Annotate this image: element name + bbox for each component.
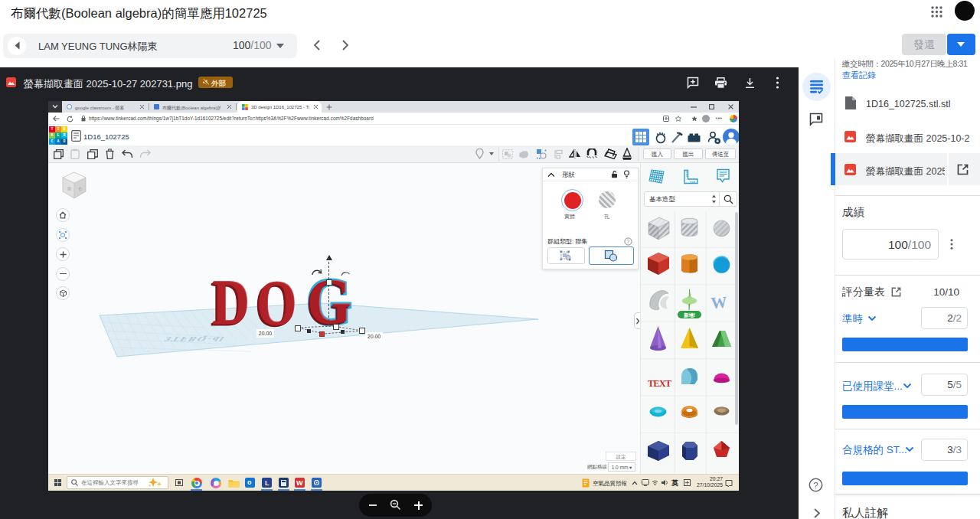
svg-text:前: 前 xyxy=(67,186,71,191)
svg-text:W: W xyxy=(710,293,728,312)
svg-text:新增!: 新增! xyxy=(684,312,695,318)
svg-text:右: 右 xyxy=(78,186,82,191)
svg-text:?: ? xyxy=(627,239,630,244)
svg-text:?: ? xyxy=(813,481,818,490)
svg-text:TEXT: TEXT xyxy=(648,378,671,389)
